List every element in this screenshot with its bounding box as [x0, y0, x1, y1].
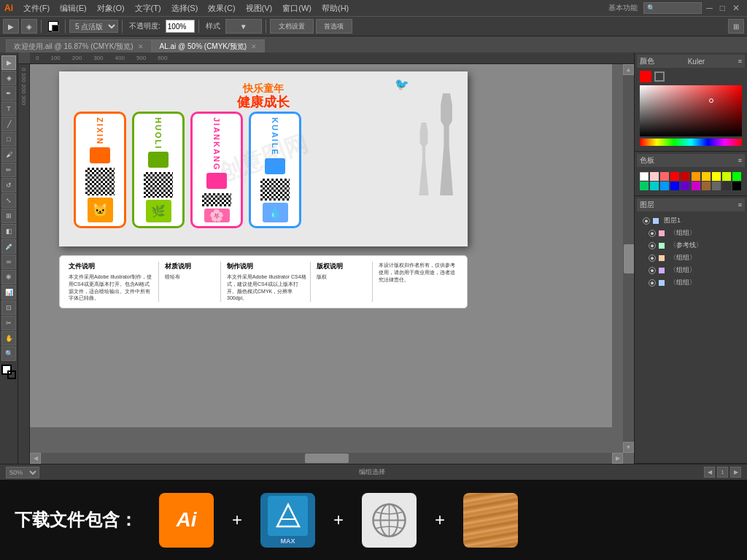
menu-view[interactable]: 视图(V) — [241, 2, 277, 15]
menu-help[interactable]: 帮助(H) — [317, 2, 353, 15]
swatch-10[interactable] — [640, 182, 649, 190]
layer-2-eye[interactable]: ● — [649, 230, 656, 237]
artboard-tool[interactable]: ⊡ — [1, 300, 16, 315]
prev-page-btn[interactable]: ◀ — [704, 467, 715, 478]
rect-tool[interactable]: □ — [1, 132, 16, 147]
color-stroke-swatch[interactable] — [654, 71, 665, 82]
rotate-tool[interactable]: ↺ — [1, 178, 16, 192]
fill-stroke-widget[interactable] — [1, 365, 16, 379]
pencil-tool[interactable]: ✏ — [1, 163, 16, 177]
restore-btn[interactable]: □ — [717, 3, 728, 13]
tab-close-welcome[interactable]: ✕ — [138, 43, 144, 50]
swatch-3[interactable] — [670, 172, 679, 181]
layer-1[interactable]: ● 图层1 — [640, 214, 742, 227]
selection-tool[interactable]: ▶ — [1, 55, 16, 70]
swatch-14[interactable] — [681, 182, 689, 190]
menu-object[interactable]: 对象(O) — [93, 2, 129, 15]
layer-3[interactable]: ● 〈参考线〉 — [640, 239, 742, 252]
opacity-input[interactable] — [166, 20, 195, 33]
swatch-white[interactable] — [640, 172, 649, 181]
direct-select-btn[interactable]: ◈ — [21, 19, 37, 34]
layers-panel-title[interactable]: 图层 ≡ — [637, 198, 745, 211]
layer-4[interactable]: ● 〈组组〉 — [640, 252, 742, 264]
scroll-right-btn[interactable]: ▶ — [612, 453, 623, 464]
stroke-select[interactable]: 5 点活版 — [69, 20, 118, 33]
scroll-thumb-h[interactable] — [305, 454, 349, 463]
layer-5[interactable]: ● 〈组组〉 — [640, 264, 742, 276]
swatch-16[interactable] — [702, 182, 711, 190]
hand-tool[interactable]: ✋ — [1, 331, 16, 346]
layer-6-eye[interactable]: ● — [649, 279, 656, 287]
column-graph-tool[interactable]: 📊 — [1, 285, 16, 300]
close-btn[interactable]: ✕ — [729, 3, 743, 13]
swatch-8[interactable] — [722, 172, 731, 181]
layer-5-eye[interactable]: ● — [649, 267, 656, 274]
color-panel-menu[interactable]: ≡ — [738, 58, 742, 65]
zoom-tool[interactable]: 🔍 — [1, 346, 16, 361]
menu-select[interactable]: 选择(S) — [167, 2, 203, 15]
scroll-left-btn[interactable]: ◀ — [30, 453, 41, 464]
layer-2[interactable]: ● 〈组组〉 — [640, 227, 742, 239]
swatch-17[interactable] — [712, 182, 721, 190]
pen-tool[interactable]: ✒ — [1, 86, 16, 101]
swatch-2[interactable] — [660, 172, 669, 181]
hue-slider[interactable] — [640, 139, 742, 146]
swatch-7[interactable] — [712, 172, 721, 181]
next-page-btn[interactable]: ▶ — [730, 467, 741, 478]
layer-6[interactable]: ● 〈组组〉 — [640, 276, 742, 289]
fill-btn[interactable] — [45, 19, 61, 34]
menu-effect[interactable]: 效果(C) — [204, 2, 239, 15]
scroll-down-btn[interactable]: ▼ — [623, 442, 634, 453]
canvas-area[interactable]: 0100200300400500600 0 100 200 300 创意图网 快… — [18, 52, 634, 464]
minimize-btn[interactable]: ─ — [703, 3, 716, 13]
tab-al[interactable]: AL.ai @ 50% (CMYK/预览) ✕ — [152, 39, 266, 52]
tab-welcome[interactable]: 欢迎使用.ail @ 16.87% (CMYK/预览) ✕ — [6, 39, 152, 52]
text-tool[interactable]: T — [1, 101, 16, 116]
swatch-6[interactable] — [702, 172, 711, 181]
color-fill-swatch[interactable] — [640, 71, 651, 82]
layer-1-eye[interactable]: ● — [643, 217, 650, 225]
swatch-black[interactable] — [732, 182, 741, 190]
swatch-panel-menu[interactable]: ≡ — [738, 157, 742, 164]
direct-selection-tool[interactable]: ◈ — [1, 71, 16, 85]
swatch-12[interactable] — [660, 182, 669, 190]
layers-panel-menu[interactable]: ≡ — [738, 201, 742, 209]
swatch-4[interactable] — [681, 172, 689, 181]
line-tool[interactable]: ╱ — [1, 117, 16, 131]
swatch-panel-title[interactable]: 色板 ≡ — [637, 154, 745, 167]
scrollbar-horizontal[interactable]: ◀ ▶ — [30, 453, 623, 464]
preferences-btn[interactable]: 首选项 — [316, 19, 352, 34]
paintbrush-tool[interactable]: 🖌 — [1, 147, 16, 162]
swatch-18[interactable] — [722, 182, 731, 190]
color-panel-title[interactable]: 颜色 Kuler ≡ — [637, 55, 745, 68]
blend-tool[interactable]: ∞ — [1, 254, 16, 269]
layer-4-eye[interactable]: ● — [649, 254, 656, 262]
menu-edit[interactable]: 编辑(E) — [55, 2, 91, 15]
mesh-tool[interactable]: ⊞ — [1, 209, 16, 223]
menu-window[interactable]: 窗口(W) — [278, 2, 316, 15]
slice-tool[interactable]: ✂ — [1, 316, 16, 330]
style-select-btn[interactable]: ▼ — [225, 19, 262, 34]
swatch-15[interactable] — [692, 182, 700, 190]
scale-tool[interactable]: ⤡ — [1, 193, 16, 208]
select-tool-btn[interactable]: ▶ — [3, 19, 19, 34]
eyedropper-tool[interactable]: 💉 — [1, 239, 16, 254]
scroll-thumb-v[interactable] — [624, 244, 634, 273]
tab-close-al[interactable]: ✕ — [251, 43, 257, 50]
zoom-select[interactable]: 50% 100% 200% — [6, 467, 39, 478]
scrollbar-vertical[interactable]: ▲ ▼ — [623, 64, 634, 453]
swatch-11[interactable] — [650, 182, 659, 190]
gradient-tool[interactable]: ◧ — [1, 224, 16, 238]
swatch-9[interactable] — [732, 172, 741, 181]
swatch-13[interactable] — [670, 182, 679, 190]
search-box[interactable]: 🔍 — [643, 2, 702, 14]
swatch-5[interactable] — [692, 172, 700, 181]
document-setup-btn[interactable]: 文档设置 — [270, 19, 314, 34]
color-spectrum[interactable] — [640, 85, 742, 136]
arrange-btn[interactable]: ⊞ — [728, 19, 744, 34]
symbol-tool[interactable]: ❋ — [1, 270, 16, 284]
menu-text[interactable]: 文字(T) — [131, 2, 166, 15]
menu-file[interactable]: 文件(F) — [19, 2, 54, 15]
swatch-1[interactable] — [650, 172, 659, 181]
scroll-up-btn[interactable]: ▲ — [623, 64, 634, 75]
